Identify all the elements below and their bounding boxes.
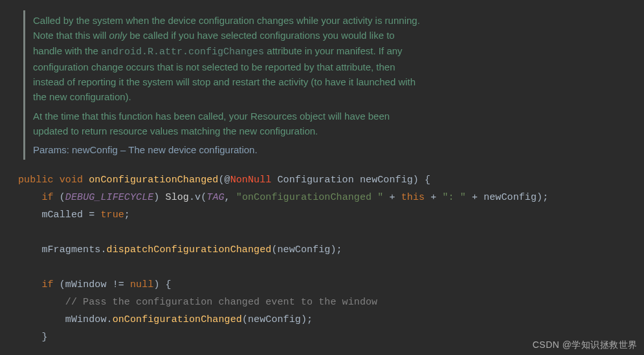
code-line: mCalled = true; — [18, 206, 644, 224]
code-blank-line — [18, 224, 644, 241]
code-line: mFragments.dispatchConfigurationChanged(… — [18, 241, 644, 259]
code-line: mWindow.onConfigurationChanged(newConfig… — [18, 311, 644, 328]
code-blank-line — [18, 259, 644, 276]
code-line: public void onConfigurationChanged(@NonN… — [18, 171, 644, 189]
code-line: if (mWindow != null) { — [18, 276, 644, 294]
code-editor[interactable]: public void onConfigurationChanged(@NonN… — [0, 171, 644, 346]
javadoc-block: Called by the system when the device con… — [23, 10, 426, 160]
watermark: CSDN @学知识拯救世界 — [533, 339, 638, 351]
doc-paragraph-2: At the time that this function has been … — [33, 109, 426, 139]
code-line: if (DEBUG_LIFECYCLE) Slog.v(TAG, "onConf… — [18, 189, 644, 206]
doc-params: Params: newConfig – The new device confi… — [33, 142, 426, 157]
code-line: // Pass the configuration changed event … — [18, 294, 644, 311]
doc-paragraph-1: Called by the system when the device con… — [33, 13, 426, 105]
api-link[interactable]: android.R.attr.configChanges — [101, 47, 264, 58]
